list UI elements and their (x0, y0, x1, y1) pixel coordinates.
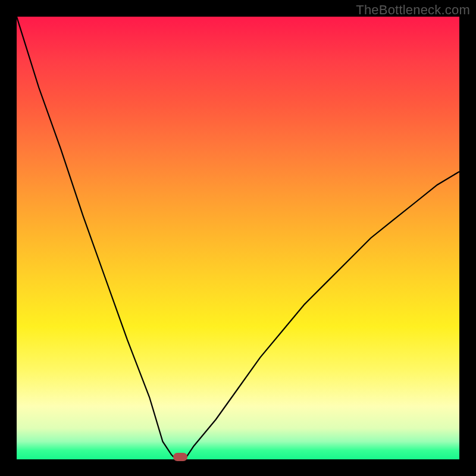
chart-frame: TheBottleneck.com (0, 0, 476, 476)
plot-area (17, 17, 459, 459)
watermark-text: TheBottleneck.com (356, 2, 470, 18)
curve-path (17, 17, 459, 459)
optimal-marker (173, 453, 187, 461)
bottleneck-curve (17, 17, 459, 459)
